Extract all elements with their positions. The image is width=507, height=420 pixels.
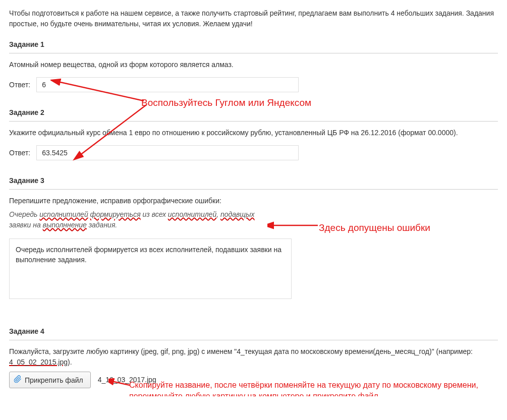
task4-title: Задание 4 [9, 326, 498, 340]
attach-file-label: Прикрепить файл [25, 376, 83, 384]
annotation-search-hint: Воспользуйтесь Гуглом или Яндексом [141, 96, 311, 110]
task2-answer-input[interactable] [36, 145, 299, 160]
paperclip-icon [14, 375, 22, 385]
arrow-icon [267, 218, 320, 230]
annotation-errors-hint: Здесь допущены ошибки [319, 221, 430, 235]
task4-example-filename: 4_05_02_2015.jpg [9, 358, 68, 366]
task3-answer-textarea[interactable] [9, 238, 292, 299]
task3-prompt: Перепишите предложение, исправив орфогра… [9, 196, 498, 206]
task3-title: Задание 3 [9, 175, 498, 190]
task1-answer-label: Ответ: [9, 80, 30, 90]
intro-text: Чтобы подготовиться к работе на нашем се… [9, 8, 498, 29]
task2-answer-label: Ответ: [9, 148, 30, 158]
task1-answer-input[interactable] [36, 77, 299, 92]
task1-answer-row: Ответ: [9, 77, 498, 92]
task2-prompt: Укажите официальный курс обмена 1 евро п… [9, 128, 498, 138]
annotation-rename-hint: Скопируйте название, после четвёрки поме… [129, 380, 492, 396]
task3-italic-sentence: Очередь исполнитилей формируеться из все… [9, 209, 255, 230]
task4-description: Пожалуйста, загрузите любую картинку (jp… [9, 346, 498, 368]
task1-title: Задание 1 [9, 39, 498, 53]
task2-answer-row: Ответ: [9, 145, 498, 160]
attach-file-button[interactable]: Прикрепить файл [9, 372, 91, 388]
task1-prompt: Атомный номер вещества, одной из форм ко… [9, 59, 498, 70]
